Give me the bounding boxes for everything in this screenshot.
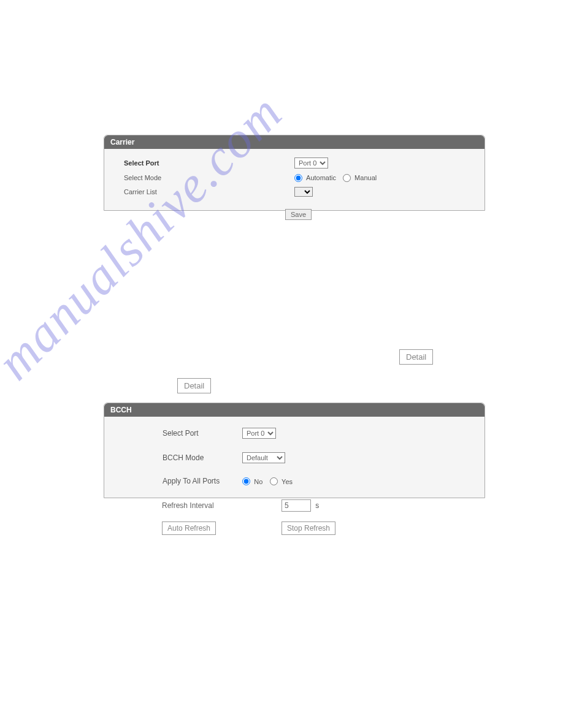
apply-no-radio[interactable] xyxy=(242,477,250,485)
apply-yes-label: Yes xyxy=(282,478,293,485)
bcch-mode-dropdown[interactable]: Default xyxy=(242,452,285,463)
bcch-mode-label: BCCH Mode xyxy=(123,453,242,462)
bcch-select-port-dropdown[interactable]: Port 0 xyxy=(242,428,276,439)
carrier-panel-title: Carrier xyxy=(104,135,484,149)
select-port-label: Select Port xyxy=(123,159,294,167)
carrier-list-label: Carrier List xyxy=(123,188,294,195)
bcch-panel-title: BCCH xyxy=(104,403,484,417)
carrier-list-dropdown[interactable] xyxy=(294,187,313,197)
detail-button-2[interactable]: Detail xyxy=(177,378,211,393)
bcch-panel: BCCH Select Port Port 0 BCCH Mode Defaul… xyxy=(104,403,485,498)
refresh-interval-unit: s xyxy=(315,501,319,510)
detail-button-1[interactable]: Detail xyxy=(399,349,433,365)
save-button[interactable]: Save xyxy=(285,209,312,220)
auto-refresh-button[interactable]: Auto Refresh xyxy=(162,521,216,535)
mode-manual-radio[interactable] xyxy=(343,174,351,182)
bcch-select-port-label: Select Port xyxy=(123,429,242,438)
refresh-interval-input[interactable] xyxy=(282,499,311,512)
refresh-interval-label: Refresh Interval xyxy=(162,501,282,510)
mode-manual-label: Manual xyxy=(354,174,377,181)
mode-automatic-radio[interactable] xyxy=(294,174,302,182)
apply-no-label: No xyxy=(254,478,262,485)
select-port-dropdown[interactable]: Port 0 xyxy=(294,157,328,169)
mode-automatic-label: Automatic xyxy=(306,174,336,181)
stop-refresh-button[interactable]: Stop Refresh xyxy=(282,521,335,535)
carrier-panel: Carrier Select Port Port 0 Select Mode A… xyxy=(104,135,485,211)
select-mode-label: Select Mode xyxy=(123,174,294,181)
apply-yes-radio[interactable] xyxy=(270,477,278,485)
apply-all-ports-label: Apply To All Ports xyxy=(123,477,242,485)
